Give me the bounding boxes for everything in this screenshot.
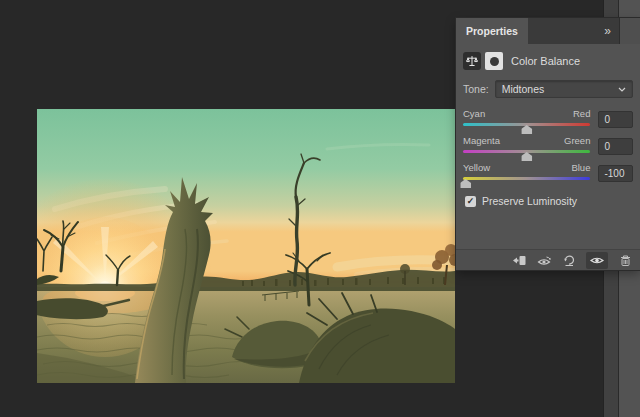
panel-bottom-toolbar xyxy=(456,249,640,270)
view-previous-state-icon[interactable] xyxy=(536,252,552,268)
preserve-luminosity-checkbox[interactable]: ✓ xyxy=(465,196,476,207)
cyan-red-track[interactable] xyxy=(463,123,590,126)
label-blue: Blue xyxy=(571,162,590,173)
clip-to-layer-icon[interactable] xyxy=(511,252,527,268)
tone-select[interactable]: Midtones xyxy=(495,80,633,98)
preserve-luminosity-row: ✓ Preserve Luminosity xyxy=(465,195,631,207)
chevron-down-icon xyxy=(618,87,626,92)
panel-content: Color Balance Tone: Midtones Cyan Red xyxy=(456,44,640,270)
layer-mask-thumbnail[interactable] xyxy=(485,52,503,70)
toggle-visibility-icon[interactable] xyxy=(586,252,608,269)
panel-empty-area xyxy=(456,207,640,249)
tone-row: Tone: Midtones xyxy=(463,80,633,98)
label-yellow: Yellow xyxy=(463,162,490,173)
label-magenta: Magenta xyxy=(463,135,500,146)
document-canvas[interactable] xyxy=(37,109,455,383)
label-cyan: Cyan xyxy=(463,108,485,119)
color-balance-sliders: Cyan Red 0 Magenta Green xyxy=(463,101,633,182)
reset-adjustment-icon[interactable] xyxy=(561,252,577,268)
yellow-blue-slider-row: Yellow Blue -100 xyxy=(463,162,633,182)
adjustment-title: Color Balance xyxy=(511,55,580,67)
yellow-blue-track[interactable] xyxy=(463,177,590,180)
cyan-red-thumb[interactable] xyxy=(521,125,532,134)
adjustment-header: Color Balance xyxy=(463,52,633,70)
label-red: Red xyxy=(573,108,590,119)
tone-label: Tone: xyxy=(463,83,489,95)
magenta-green-slider-row: Magenta Green 0 xyxy=(463,135,633,155)
yellow-blue-value-field[interactable]: -100 xyxy=(598,165,633,182)
preserve-luminosity-label: Preserve Luminosity xyxy=(482,195,577,207)
tab-properties[interactable]: Properties xyxy=(456,18,528,44)
tone-selected-value: Midtones xyxy=(502,83,618,95)
delete-adjustment-icon[interactable] xyxy=(617,252,633,268)
label-green: Green xyxy=(564,135,590,146)
cyan-red-slider-row: Cyan Red 0 xyxy=(463,108,633,128)
mask-dot xyxy=(490,57,499,66)
collapse-panel-icon[interactable]: » xyxy=(597,18,619,44)
color-balance-scale-icon xyxy=(463,52,481,70)
tabbar-spacer xyxy=(528,18,597,44)
panel-tabbar: Properties » xyxy=(456,18,640,44)
desert-photo xyxy=(37,109,455,383)
magenta-green-thumb[interactable] xyxy=(521,152,532,161)
properties-panel: Properties » Color Balance Tone: Midtone… xyxy=(456,18,640,270)
magenta-green-track[interactable] xyxy=(463,150,590,153)
yellow-blue-thumb[interactable] xyxy=(460,179,471,188)
dock-stub xyxy=(619,18,640,44)
cyan-red-value-field[interactable]: 0 xyxy=(598,111,633,128)
magenta-green-value-field[interactable]: 0 xyxy=(598,138,633,155)
